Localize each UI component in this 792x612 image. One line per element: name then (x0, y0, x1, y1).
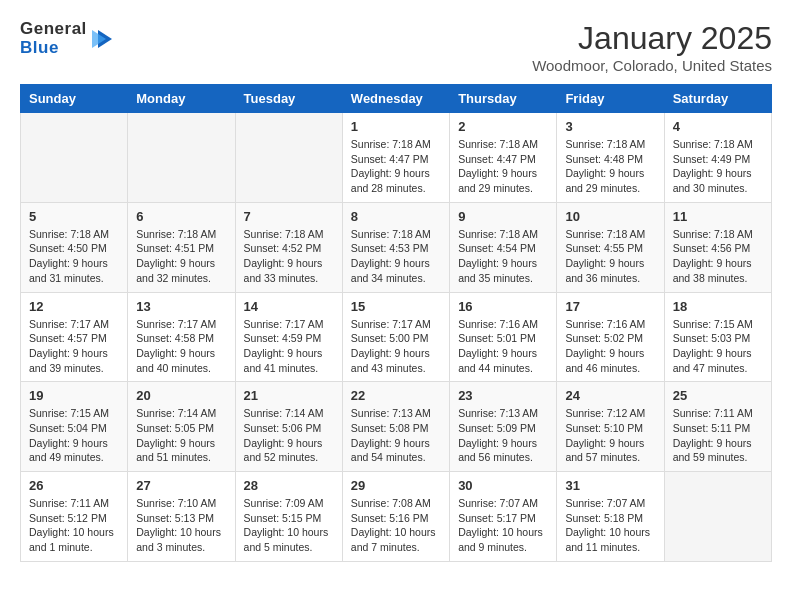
day-info: Sunrise: 7:18 AM Sunset: 4:47 PM Dayligh… (458, 137, 548, 196)
day-number: 23 (458, 388, 548, 403)
month-title: January 2025 (532, 20, 772, 57)
day-info: Sunrise: 7:16 AM Sunset: 5:01 PM Dayligh… (458, 317, 548, 376)
day-info: Sunrise: 7:10 AM Sunset: 5:13 PM Dayligh… (136, 496, 226, 555)
calendar-day-12: 12Sunrise: 7:17 AM Sunset: 4:57 PM Dayli… (21, 292, 128, 382)
weekday-header-thursday: Thursday (450, 85, 557, 113)
calendar-week-row: 26Sunrise: 7:11 AM Sunset: 5:12 PM Dayli… (21, 472, 772, 562)
day-number: 13 (136, 299, 226, 314)
day-number: 27 (136, 478, 226, 493)
day-info: Sunrise: 7:17 AM Sunset: 4:58 PM Dayligh… (136, 317, 226, 376)
calendar-week-row: 5Sunrise: 7:18 AM Sunset: 4:50 PM Daylig… (21, 202, 772, 292)
calendar-day-25: 25Sunrise: 7:11 AM Sunset: 5:11 PM Dayli… (664, 382, 771, 472)
calendar-day-14: 14Sunrise: 7:17 AM Sunset: 4:59 PM Dayli… (235, 292, 342, 382)
calendar-day-18: 18Sunrise: 7:15 AM Sunset: 5:03 PM Dayli… (664, 292, 771, 382)
calendar-week-row: 12Sunrise: 7:17 AM Sunset: 4:57 PM Dayli… (21, 292, 772, 382)
day-number: 26 (29, 478, 119, 493)
day-info: Sunrise: 7:07 AM Sunset: 5:17 PM Dayligh… (458, 496, 548, 555)
title-area: January 2025 Woodmoor, Colorado, United … (532, 20, 772, 74)
weekday-header-wednesday: Wednesday (342, 85, 449, 113)
day-info: Sunrise: 7:15 AM Sunset: 5:03 PM Dayligh… (673, 317, 763, 376)
calendar-empty-cell (235, 113, 342, 203)
day-info: Sunrise: 7:12 AM Sunset: 5:10 PM Dayligh… (565, 406, 655, 465)
calendar-day-27: 27Sunrise: 7:10 AM Sunset: 5:13 PM Dayli… (128, 472, 235, 562)
logo-blue-text: Blue (20, 39, 87, 58)
day-info: Sunrise: 7:14 AM Sunset: 5:05 PM Dayligh… (136, 406, 226, 465)
day-info: Sunrise: 7:18 AM Sunset: 4:50 PM Dayligh… (29, 227, 119, 286)
calendar-day-4: 4Sunrise: 7:18 AM Sunset: 4:49 PM Daylig… (664, 113, 771, 203)
page-header: General Blue January 2025 Woodmoor, Colo… (20, 20, 772, 74)
day-number: 19 (29, 388, 119, 403)
day-info: Sunrise: 7:13 AM Sunset: 5:08 PM Dayligh… (351, 406, 441, 465)
calendar-day-26: 26Sunrise: 7:11 AM Sunset: 5:12 PM Dayli… (21, 472, 128, 562)
day-info: Sunrise: 7:18 AM Sunset: 4:53 PM Dayligh… (351, 227, 441, 286)
day-number: 29 (351, 478, 441, 493)
day-number: 6 (136, 209, 226, 224)
day-info: Sunrise: 7:17 AM Sunset: 4:57 PM Dayligh… (29, 317, 119, 376)
day-info: Sunrise: 7:16 AM Sunset: 5:02 PM Dayligh… (565, 317, 655, 376)
day-info: Sunrise: 7:18 AM Sunset: 4:48 PM Dayligh… (565, 137, 655, 196)
day-number: 22 (351, 388, 441, 403)
day-info: Sunrise: 7:08 AM Sunset: 5:16 PM Dayligh… (351, 496, 441, 555)
day-number: 3 (565, 119, 655, 134)
calendar-day-22: 22Sunrise: 7:13 AM Sunset: 5:08 PM Dayli… (342, 382, 449, 472)
day-number: 12 (29, 299, 119, 314)
calendar-day-13: 13Sunrise: 7:17 AM Sunset: 4:58 PM Dayli… (128, 292, 235, 382)
calendar-day-8: 8Sunrise: 7:18 AM Sunset: 4:53 PM Daylig… (342, 202, 449, 292)
weekday-header-tuesday: Tuesday (235, 85, 342, 113)
calendar-table: SundayMondayTuesdayWednesdayThursdayFrid… (20, 84, 772, 562)
day-number: 7 (244, 209, 334, 224)
logo-icon (90, 26, 116, 52)
calendar-empty-cell (21, 113, 128, 203)
day-info: Sunrise: 7:18 AM Sunset: 4:55 PM Dayligh… (565, 227, 655, 286)
day-number: 20 (136, 388, 226, 403)
day-info: Sunrise: 7:11 AM Sunset: 5:12 PM Dayligh… (29, 496, 119, 555)
calendar-day-15: 15Sunrise: 7:17 AM Sunset: 5:00 PM Dayli… (342, 292, 449, 382)
weekday-header-friday: Friday (557, 85, 664, 113)
location-title: Woodmoor, Colorado, United States (532, 57, 772, 74)
day-number: 21 (244, 388, 334, 403)
calendar-day-19: 19Sunrise: 7:15 AM Sunset: 5:04 PM Dayli… (21, 382, 128, 472)
day-info: Sunrise: 7:18 AM Sunset: 4:49 PM Dayligh… (673, 137, 763, 196)
day-number: 8 (351, 209, 441, 224)
day-number: 31 (565, 478, 655, 493)
calendar-day-16: 16Sunrise: 7:16 AM Sunset: 5:01 PM Dayli… (450, 292, 557, 382)
logo-general-text: General (20, 20, 87, 39)
calendar-day-7: 7Sunrise: 7:18 AM Sunset: 4:52 PM Daylig… (235, 202, 342, 292)
weekday-header-sunday: Sunday (21, 85, 128, 113)
day-number: 18 (673, 299, 763, 314)
day-info: Sunrise: 7:18 AM Sunset: 4:56 PM Dayligh… (673, 227, 763, 286)
day-number: 1 (351, 119, 441, 134)
calendar-day-1: 1Sunrise: 7:18 AM Sunset: 4:47 PM Daylig… (342, 113, 449, 203)
day-info: Sunrise: 7:18 AM Sunset: 4:52 PM Dayligh… (244, 227, 334, 286)
day-info: Sunrise: 7:18 AM Sunset: 4:54 PM Dayligh… (458, 227, 548, 286)
day-number: 16 (458, 299, 548, 314)
day-number: 4 (673, 119, 763, 134)
day-number: 24 (565, 388, 655, 403)
calendar-day-21: 21Sunrise: 7:14 AM Sunset: 5:06 PM Dayli… (235, 382, 342, 472)
calendar-day-6: 6Sunrise: 7:18 AM Sunset: 4:51 PM Daylig… (128, 202, 235, 292)
day-info: Sunrise: 7:18 AM Sunset: 4:47 PM Dayligh… (351, 137, 441, 196)
day-info: Sunrise: 7:13 AM Sunset: 5:09 PM Dayligh… (458, 406, 548, 465)
day-number: 11 (673, 209, 763, 224)
calendar-empty-cell (128, 113, 235, 203)
day-number: 25 (673, 388, 763, 403)
day-info: Sunrise: 7:07 AM Sunset: 5:18 PM Dayligh… (565, 496, 655, 555)
day-number: 10 (565, 209, 655, 224)
day-info: Sunrise: 7:09 AM Sunset: 5:15 PM Dayligh… (244, 496, 334, 555)
calendar-day-3: 3Sunrise: 7:18 AM Sunset: 4:48 PM Daylig… (557, 113, 664, 203)
calendar-day-28: 28Sunrise: 7:09 AM Sunset: 5:15 PM Dayli… (235, 472, 342, 562)
calendar-day-23: 23Sunrise: 7:13 AM Sunset: 5:09 PM Dayli… (450, 382, 557, 472)
calendar-day-30: 30Sunrise: 7:07 AM Sunset: 5:17 PM Dayli… (450, 472, 557, 562)
calendar-day-9: 9Sunrise: 7:18 AM Sunset: 4:54 PM Daylig… (450, 202, 557, 292)
day-number: 15 (351, 299, 441, 314)
day-info: Sunrise: 7:14 AM Sunset: 5:06 PM Dayligh… (244, 406, 334, 465)
day-number: 30 (458, 478, 548, 493)
day-info: Sunrise: 7:15 AM Sunset: 5:04 PM Dayligh… (29, 406, 119, 465)
calendar-day-29: 29Sunrise: 7:08 AM Sunset: 5:16 PM Dayli… (342, 472, 449, 562)
day-number: 2 (458, 119, 548, 134)
logo: General Blue (20, 20, 116, 57)
weekday-header-monday: Monday (128, 85, 235, 113)
calendar-day-24: 24Sunrise: 7:12 AM Sunset: 5:10 PM Dayli… (557, 382, 664, 472)
calendar-day-17: 17Sunrise: 7:16 AM Sunset: 5:02 PM Dayli… (557, 292, 664, 382)
calendar-day-2: 2Sunrise: 7:18 AM Sunset: 4:47 PM Daylig… (450, 113, 557, 203)
